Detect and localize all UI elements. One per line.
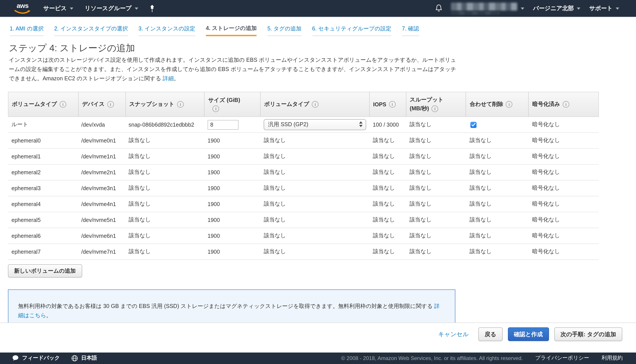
info-icon[interactable]: i bbox=[107, 101, 114, 108]
size-input[interactable] bbox=[208, 120, 238, 130]
account-name-redacted bbox=[451, 2, 517, 14]
cell-delete-on-termination: 該当なし bbox=[466, 216, 529, 224]
terms-of-use-link[interactable]: 利用規約 bbox=[601, 354, 623, 362]
cell-size: 1900 bbox=[204, 233, 260, 239]
storage-table-body: ルート/dev/xvdasnap-086b6d892c1edbbb2汎用 SSD… bbox=[8, 117, 599, 260]
wizard-tab-3[interactable]: 3. インスタンスの設定 bbox=[138, 17, 195, 36]
column-header-label: ボリュームタイプ bbox=[12, 100, 57, 108]
cell-device: /dev/nvme5n1 bbox=[78, 217, 125, 223]
table-row: ephemeral5/dev/nvme5n1該当なし1900該当なし該当なし該当… bbox=[8, 212, 599, 228]
cell-snapshot: 該当なし bbox=[125, 168, 204, 176]
column-header-line: ボリュームタイプi bbox=[264, 100, 366, 108]
cell-device: /dev/nvme2n1 bbox=[78, 169, 125, 176]
cell-size: 1900 bbox=[204, 185, 260, 191]
cell-ebs-volume-type: 該当なし bbox=[260, 137, 369, 144]
cell-throughput: 該当なし bbox=[406, 216, 466, 224]
column-header-label: ボリュームタイプ bbox=[264, 100, 309, 108]
privacy-policy-link[interactable]: プライバシーポリシー bbox=[535, 354, 589, 362]
check-icon bbox=[471, 123, 476, 127]
cell-throughput: 該当なし bbox=[406, 184, 466, 192]
cancel-link[interactable]: キャンセル bbox=[438, 330, 469, 338]
info-icon[interactable]: i bbox=[563, 101, 569, 108]
cell-iops: 該当なし bbox=[369, 137, 406, 144]
page-description-suffix: 。 bbox=[174, 76, 179, 82]
aws-logo[interactable]: aws bbox=[13, 3, 32, 14]
wizard-tab-4[interactable]: 4. ストレージの追加 bbox=[206, 17, 257, 36]
wizard-tab-underline bbox=[206, 35, 257, 36]
wizard-tab-label: 4. ストレージの追加 bbox=[206, 25, 257, 32]
page-description-text: インスタンスは次のストレージデバイス設定を使用して作成されます。インスタンスに追… bbox=[9, 57, 456, 82]
cell-delete-on-termination: 該当なし bbox=[466, 232, 529, 240]
column-header-7: スループット(MB/秒)i bbox=[406, 92, 466, 116]
nav-services-menu[interactable]: サービス bbox=[43, 4, 73, 12]
region-menu[interactable]: バージニア北部 bbox=[533, 4, 580, 12]
info-icon[interactable]: i bbox=[60, 101, 66, 108]
column-header-8: 合わせて削除i bbox=[466, 92, 528, 116]
wizard-tab-label: 7. 確認 bbox=[402, 25, 419, 33]
feedback-button[interactable]: フィードバック bbox=[12, 354, 60, 362]
storage-details-link[interactable]: 詳細 bbox=[163, 76, 174, 82]
navbar-right: バージニア北部 サポート bbox=[436, 2, 636, 14]
column-header-label: 合わせて削除 bbox=[470, 100, 503, 108]
cell-throughput: 該当なし bbox=[406, 200, 466, 208]
cell-delete-on-termination: 該当なし bbox=[466, 200, 529, 208]
info-icon[interactable]: i bbox=[312, 101, 319, 108]
info-icon[interactable]: i bbox=[506, 101, 513, 108]
cell-encrypted: 暗号化なし bbox=[529, 216, 599, 224]
review-and-launch-button[interactable]: 確認と作成 bbox=[508, 328, 549, 341]
cell-volume-type: ephemeral4 bbox=[8, 201, 78, 207]
wizard-tab-5[interactable]: 5. タグの追加 bbox=[267, 17, 302, 36]
column-header-6: IOPSi bbox=[369, 92, 406, 116]
wizard-tab-label: 5. タグの追加 bbox=[267, 25, 302, 33]
wizard-tab-label: 1. AMI の選択 bbox=[10, 25, 44, 33]
cell-iops: 該当なし bbox=[369, 153, 406, 160]
wizard-tab-6[interactable]: 6. セキュリティグループの設定 bbox=[312, 17, 391, 36]
cell-iops: 該当なし bbox=[369, 200, 406, 208]
notifications-bell-icon[interactable] bbox=[436, 4, 442, 12]
volume-type-select-value: 汎用 SSD (GP2) bbox=[268, 121, 308, 128]
back-button[interactable]: 戻る bbox=[478, 328, 502, 341]
account-menu[interactable] bbox=[451, 2, 524, 14]
cell-volume-type: ephemeral7 bbox=[8, 248, 78, 255]
cell-delete-on-termination: 該当なし bbox=[466, 248, 529, 256]
column-header-line: ボリュームタイプi bbox=[12, 100, 75, 108]
cell-delete-on-termination: 該当なし bbox=[466, 184, 529, 192]
volume-type-select[interactable]: 汎用 SSD (GP2) bbox=[264, 119, 366, 130]
cell-ebs-volume-type: 該当なし bbox=[260, 248, 369, 256]
nav-resource-groups-menu[interactable]: リソースグループ bbox=[85, 4, 138, 12]
column-header-line: IOPSi bbox=[373, 101, 402, 108]
info-icon[interactable]: i bbox=[432, 106, 438, 112]
cell-snapshot: 該当なし bbox=[125, 153, 204, 160]
table-row: ephemeral6/dev/nvme6n1該当なし1900該当なし該当なし該当… bbox=[8, 228, 599, 244]
support-menu[interactable]: サポート bbox=[589, 4, 619, 12]
column-header-label: デバイス bbox=[82, 100, 105, 108]
free-tier-suffix: 。 bbox=[46, 312, 52, 318]
pin-icon[interactable] bbox=[150, 5, 155, 12]
cell-snapshot: snap-086b6d892c1edbbb2 bbox=[125, 122, 204, 128]
wizard-tab-1[interactable]: 1. AMI の選択 bbox=[10, 17, 44, 36]
table-row: ephemeral7/dev/nvme7n1該当なし1900該当なし該当なし該当… bbox=[8, 244, 599, 260]
cell-encrypted: 暗号化なし bbox=[529, 248, 599, 256]
storage-table: ボリュームタイプiデバイスiスナップショットiサイズ (GiB)iボリュームタイ… bbox=[8, 92, 599, 260]
delete-on-termination-checkbox[interactable] bbox=[470, 122, 477, 128]
cell-volume-type: ルート bbox=[8, 121, 78, 128]
feedback-label: フィードバック bbox=[22, 354, 60, 362]
free-tier-text: 無料利用枠の対象であるお客様は 30 GB までの EBS 汎用 (SSD) ス… bbox=[18, 303, 434, 309]
info-icon[interactable]: i bbox=[213, 106, 219, 112]
wizard-tab-2[interactable]: 2. インスタンスタイプの選択 bbox=[54, 17, 128, 36]
cell-volume-type: ephemeral6 bbox=[8, 233, 78, 239]
wizard-step-tabs: 1. AMI の選択2. インスタンスタイプの選択3. インスタンスの設定4. … bbox=[0, 17, 636, 36]
cell-throughput: 該当なし bbox=[406, 121, 466, 128]
nav-resource-groups-label: リソースグループ bbox=[85, 4, 132, 12]
info-icon[interactable]: i bbox=[389, 101, 396, 108]
cell-delete-on-termination bbox=[466, 122, 529, 128]
add-volume-button[interactable]: 新しいボリュームの追加 bbox=[8, 264, 82, 278]
wizard-tab-7[interactable]: 7. 確認 bbox=[402, 17, 419, 36]
cell-size: 1900 bbox=[204, 201, 260, 207]
info-icon[interactable]: i bbox=[177, 101, 184, 108]
language-button[interactable]: 日本語 bbox=[71, 354, 97, 362]
column-header-label: サイズ (GiB) bbox=[208, 97, 240, 104]
next-step-button[interactable]: 次の手順: タグの追加 bbox=[554, 328, 622, 341]
cell-ebs-volume-type: 汎用 SSD (GP2) bbox=[260, 119, 369, 130]
cell-snapshot: 該当なし bbox=[125, 248, 204, 256]
